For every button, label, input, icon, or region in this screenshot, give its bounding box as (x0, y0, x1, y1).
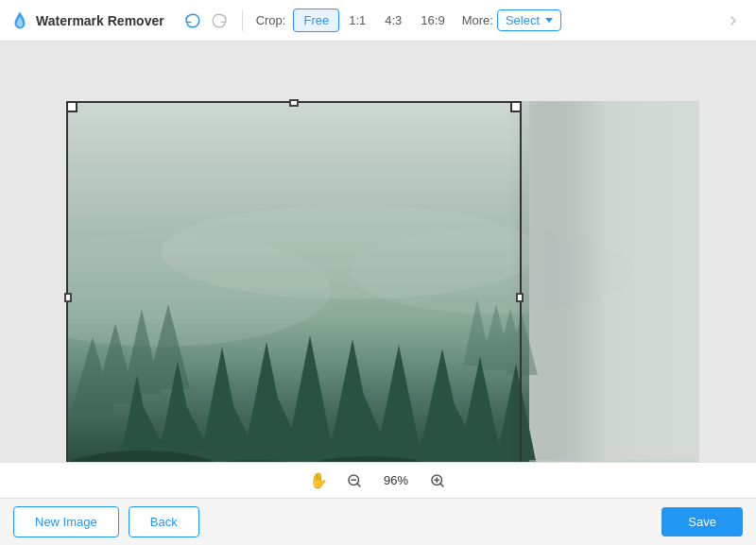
svg-rect-36 (66, 101, 699, 462)
forest-scene (66, 101, 699, 462)
crop-4-3-button[interactable]: 4:3 (375, 9, 411, 31)
toolbar-divider (242, 10, 243, 31)
back-button[interactable]: Back (129, 506, 199, 537)
zoom-percent: 96% (379, 473, 413, 487)
main-canvas-area (0, 42, 756, 462)
crop-1-1-button[interactable]: 1:1 (339, 9, 375, 31)
crop-16-9-button[interactable]: 16:9 (411, 9, 454, 31)
svg-rect-37 (529, 460, 699, 462)
redo-button[interactable] (206, 8, 232, 34)
footer: New Image Back Save (0, 498, 756, 545)
zoom-out-button[interactable] (343, 469, 366, 492)
new-image-button[interactable]: New Image (13, 506, 119, 537)
chevron-down-icon (545, 18, 553, 23)
select-label: Select (506, 13, 540, 27)
app-title: Watermark Remover (36, 13, 164, 28)
undo-button[interactable] (180, 8, 206, 34)
toolbar: Watermark Remover Crop: Free 1:1 4:3 16:… (0, 0, 756, 42)
crop-free-button[interactable]: Free (293, 9, 339, 32)
app-logo: Watermark Remover (9, 10, 164, 31)
forward-button[interactable] (720, 8, 747, 34)
image-container (66, 101, 699, 462)
pan-tool-button[interactable]: ✋ (307, 469, 330, 492)
crop-label: Crop: (256, 13, 286, 27)
zoom-bar: ✋ 96% (0, 462, 756, 498)
select-dropdown[interactable]: Select (497, 9, 561, 31)
save-button[interactable]: Save (662, 507, 743, 536)
more-label: More: (462, 13, 493, 27)
zoom-in-button[interactable] (426, 469, 449, 492)
app-logo-icon (9, 10, 30, 31)
